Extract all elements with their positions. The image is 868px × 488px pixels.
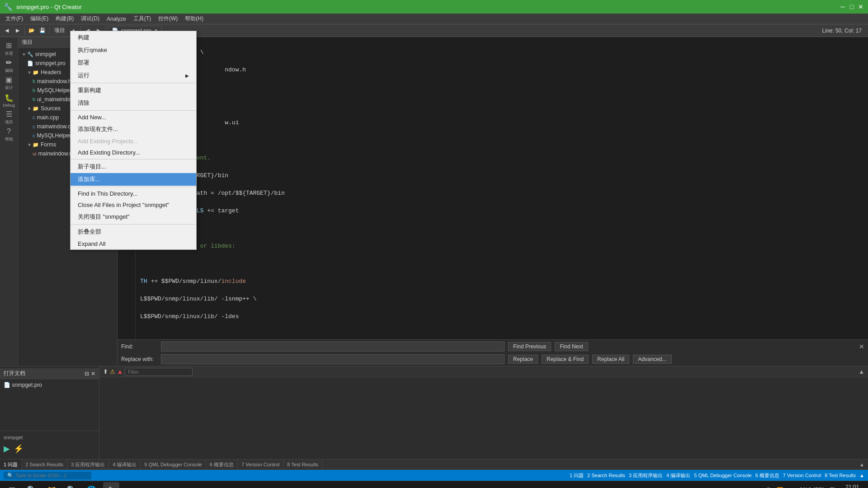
menu-tools[interactable]: 工具(T) xyxy=(130,14,155,24)
toolbar-back[interactable]: ◀ xyxy=(2,26,12,36)
menu-build[interactable]: 构建(B) xyxy=(52,14,77,24)
menu-help[interactable]: 帮助(H) xyxy=(181,14,207,24)
tree-source-icon-2: c xyxy=(33,124,35,129)
status-issues[interactable]: 1 问题 xyxy=(570,472,584,479)
open-file-icon: 📄 xyxy=(4,382,12,388)
tree-forms-arrow: ▼ xyxy=(27,142,32,147)
open-files-close-icon[interactable]: ✕ xyxy=(91,371,95,377)
sidebar-debug[interactable]: 🐛 Debug xyxy=(1,92,17,108)
taskbar-search2[interactable]: 🔍 xyxy=(63,482,80,488)
code-line-37 xyxy=(140,224,863,233)
ctx-collapse-all[interactable]: 折叠全部 xyxy=(71,225,196,238)
menu-debug[interactable]: 调试(D) xyxy=(77,14,103,24)
ctx-new-subproject[interactable]: 新子项目... xyxy=(71,160,196,173)
debug-play-button[interactable]: ▶ xyxy=(4,444,10,454)
tree-sources-icon: 📁 xyxy=(33,106,39,112)
app-icon: 🔧 xyxy=(4,3,13,11)
status-vc[interactable]: 7 Version Control xyxy=(783,473,821,478)
replace-find-button[interactable]: Replace & Find xyxy=(542,355,589,364)
menu-analyze[interactable]: Analyze xyxy=(103,14,130,24)
status-qml[interactable]: 5 QML Debugger Console xyxy=(694,473,751,478)
toolbar-forward[interactable]: ▶ xyxy=(13,26,23,36)
menu-file[interactable]: 文件(F) xyxy=(2,14,27,24)
issues-error-icon[interactable]: ▲ xyxy=(117,368,123,375)
titlebar-controls[interactable]: ─ □ ✕ xyxy=(839,3,864,10)
tree-header-icon-2: h xyxy=(33,88,35,93)
status-search[interactable]: 2 Search Results xyxy=(587,473,625,478)
tab-summary[interactable]: 6 概要信息 xyxy=(206,460,238,469)
minimize-button[interactable]: ─ xyxy=(839,3,846,10)
menubar: 文件(F) 编辑(E) 构建(B) 调试(D) Analyze 工具(T) 控件… xyxy=(0,14,868,24)
status-tests[interactable]: 8 Test Results xyxy=(825,473,856,478)
taskbar-start[interactable]: ⊞ xyxy=(4,482,20,488)
ctx-clean[interactable]: 清除 xyxy=(71,97,196,109)
taskbar-qtcreator[interactable]: ✎ xyxy=(103,482,119,488)
open-file-item-0[interactable]: 📄 snmpget.pro xyxy=(2,381,97,389)
open-files-controls: ⊟ ✕ xyxy=(85,371,95,377)
replace-all-button[interactable]: Replace All xyxy=(592,355,629,364)
tree-source-icon-1: c xyxy=(33,115,35,120)
ctx-rebuild[interactable]: 重新构建 xyxy=(71,84,196,97)
bottom-content: 打开文档 ⊟ ✕ 📄 snmpget.pro snmpget ▶ ⚡ xyxy=(0,366,868,459)
close-button[interactable]: ✕ xyxy=(857,3,864,10)
bottom-expand-icon[interactable]: ▲ xyxy=(856,462,868,467)
ctx-add-existing-dir[interactable]: Add Existing Directory... xyxy=(71,147,196,158)
debug-run-button[interactable]: ⚡ xyxy=(14,444,24,454)
sidebar-welcome[interactable]: ⊞ 欢迎 xyxy=(1,41,17,57)
tab-compile-output[interactable]: 4 编译输出 xyxy=(109,460,141,469)
code-text[interactable]: mainwindow.h \ ndow.h w.ui # es for depl… xyxy=(136,37,868,339)
find-input[interactable] xyxy=(161,342,505,352)
find-close-button[interactable]: ✕ xyxy=(859,343,864,350)
ctx-build[interactable]: 构建 xyxy=(71,31,196,44)
ctx-add-new[interactable]: Add New... xyxy=(71,112,196,123)
sidebar-design[interactable]: ▣ 设计 xyxy=(1,75,17,91)
search-icon: 🔍 xyxy=(7,473,14,479)
find-prev-button[interactable]: Find Previous xyxy=(508,342,551,351)
tab-qml-debugger[interactable]: 5 QML Debugger Console xyxy=(141,460,206,469)
find-next-button[interactable]: Find Next xyxy=(555,342,588,351)
tab-search[interactable]: 2 Search Results xyxy=(22,460,67,469)
advanced-button[interactable]: Advanced... xyxy=(633,355,671,364)
status-expand-btn[interactable]: ▲ xyxy=(859,473,864,478)
toolbar-sep-1 xyxy=(24,27,25,35)
menu-edit[interactable]: 编辑(E) xyxy=(27,14,52,24)
replace-button[interactable]: Replace xyxy=(508,355,538,364)
issues-filter-icon[interactable]: ⬆ xyxy=(103,368,108,375)
status-app-output[interactable]: 3 应用程序输出 xyxy=(629,472,663,479)
tree-sources-arrow: ▼ xyxy=(27,106,32,111)
locate-input[interactable] xyxy=(15,473,88,478)
ctx-find-in-dir[interactable]: Find in This Directory... xyxy=(71,188,196,199)
sidebar-help[interactable]: ? 帮助 xyxy=(1,127,17,143)
tab-version-control[interactable]: 7 Version Control xyxy=(238,460,283,469)
taskbar-explorer[interactable]: 📁 xyxy=(43,482,60,488)
tab-app-output[interactable]: 3 应用程序输出 xyxy=(67,460,109,469)
ctx-add-library[interactable]: 添加库... xyxy=(71,173,196,186)
ctx-close-all-files[interactable]: Close All Files in Project "snmpget" xyxy=(71,199,196,211)
issues-expand-icon[interactable]: ▲ xyxy=(859,368,864,375)
toolbar-save[interactable]: 💾 xyxy=(38,26,47,36)
menu-controls[interactable]: 控件(W) xyxy=(155,14,181,24)
tab-issues[interactable]: 1 问题 xyxy=(0,460,22,469)
status-locate-input-container[interactable]: 🔍 xyxy=(4,472,91,479)
replace-input[interactable] xyxy=(161,354,505,364)
sidebar-edit[interactable]: ✏ 编辑 xyxy=(1,58,17,74)
ctx-add-existing-files[interactable]: 添加现有文件... xyxy=(71,123,196,136)
status-compile[interactable]: 4 编译输出 xyxy=(666,472,690,479)
open-files-split-icon[interactable]: ⊟ xyxy=(85,371,89,377)
filter-input[interactable] xyxy=(125,368,193,376)
ctx-close-project[interactable]: 关闭项目 "snmpget" xyxy=(71,211,196,223)
issues-warning-icon[interactable]: ⚠ xyxy=(110,368,115,375)
sidebar-project[interactable]: ☰ 项目 xyxy=(1,109,17,126)
bottom-tabs: 1 问题 2 Search Results 3 应用程序输出 4 编译输出 5 … xyxy=(0,459,868,470)
taskbar-search[interactable]: 🔍 xyxy=(24,482,40,488)
tab-test-results[interactable]: 8 Test Results xyxy=(283,460,322,469)
ctx-deploy[interactable]: 部署 xyxy=(71,56,196,69)
ctx-expand-all[interactable]: Expand All xyxy=(71,238,196,249)
status-summary[interactable]: 6 概要信息 xyxy=(755,472,779,479)
ctx-qmake[interactable]: 执行qmake xyxy=(71,44,196,56)
tree-sources-label: Sources xyxy=(41,105,61,112)
taskbar-browser[interactable]: 🌐 xyxy=(83,482,99,488)
ctx-run[interactable]: 运行 ▶ xyxy=(71,69,196,82)
toolbar-open[interactable]: 📂 xyxy=(27,26,37,36)
maximize-button[interactable]: □ xyxy=(848,3,855,10)
